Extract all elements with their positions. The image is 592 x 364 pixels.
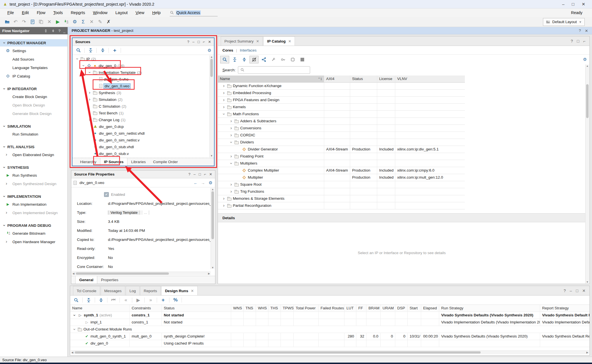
flow-item-add-sources[interactable]: Add Sources: [0, 55, 67, 63]
column-run-strategy[interactable]: Run Strategy: [439, 305, 540, 312]
close-tab-icon[interactable]: ✕: [288, 39, 291, 43]
float-icon[interactable]: ⌐: [204, 172, 206, 176]
source-tree-item[interactable]: ›Synthesis(3): [72, 89, 214, 96]
maximize-icon[interactable]: □: [199, 172, 201, 176]
catalog-row[interactable]: ›Floating Point: [218, 153, 589, 160]
percent-button[interactable]: %: [172, 296, 179, 304]
help-icon[interactable]: ?: [188, 172, 190, 176]
flow-item-generate-bitstream[interactable]: 0110Generate Bitstream: [0, 229, 67, 238]
catalog-row[interactable]: ›CORDIC: [218, 132, 589, 139]
close-icon[interactable]: ✕: [585, 28, 588, 33]
collapse-all-button[interactable]: [87, 46, 94, 54]
expander-icon[interactable]: ›: [222, 112, 226, 116]
expander-icon[interactable]: ›: [72, 327, 77, 331]
expander-icon[interactable]: ›: [222, 84, 226, 88]
step-forward-button[interactable]: »: [147, 296, 154, 304]
catalog-row[interactable]: ›Multiplier Production Included xilinx.c…: [218, 174, 589, 181]
runs-group-row[interactable]: ›Out-of-Context Module Runs: [70, 326, 589, 333]
close-icon[interactable]: ✕: [209, 172, 212, 176]
help-icon[interactable]: ?: [564, 288, 566, 293]
float-icon[interactable]: ⌐: [203, 40, 205, 44]
menu-flow[interactable]: Flow: [33, 10, 49, 15]
column-vlnv[interactable]: VLNV: [395, 76, 465, 83]
sigma-button[interactable]: Σ: [79, 18, 87, 26]
flow-section-ip-integrator[interactable]: ›IP INTEGRATOR: [0, 85, 67, 92]
report-document-button[interactable]: [28, 18, 37, 26]
source-tree-item[interactable]: ›div_gen_0.dcp: [72, 123, 214, 130]
back-arrow-icon[interactable]: ←: [194, 181, 198, 185]
gear-button[interactable]: ⚙: [70, 18, 79, 26]
flow-item-run-synthesis[interactable]: ▶Run Synthesis: [0, 171, 67, 179]
expander-icon[interactable]: ›: [88, 90, 92, 95]
column-wns[interactable]: WNS: [231, 305, 243, 312]
scroll-right-icon[interactable]: ▶: [586, 351, 588, 354]
layout-selector[interactable]: Default Layout ▼: [543, 18, 585, 26]
scroll-right-icon[interactable]: ▶: [208, 272, 210, 275]
scroll-left-icon[interactable]: ◀: [71, 351, 73, 354]
slashed-x-button[interactable]: ✗: [104, 18, 113, 26]
flow-item-run-implementation[interactable]: ▶Run Implementation: [0, 200, 67, 208]
search-button[interactable]: [220, 56, 229, 63]
expander-icon[interactable]: ›: [72, 313, 77, 317]
flow-item-run-simulation[interactable]: Run Simulation: [0, 130, 67, 138]
dark-square-button[interactable]: [298, 56, 306, 63]
column-axi4[interactable]: AXI4: [324, 76, 350, 83]
play-grey-button[interactable]: ▶: [134, 296, 142, 304]
expander-icon[interactable]: ›: [229, 189, 233, 194]
catalog-row[interactable]: ›Multipliers: [218, 160, 589, 167]
source-tree-item[interactable]: ›div_gen_0.vho: [72, 76, 214, 83]
catalog-row[interactable]: ›Dividers: [218, 139, 589, 146]
catalog-row[interactable]: ›Complex Multiplier AXI4-Stream Producti…: [218, 167, 589, 174]
expander-icon[interactable]: ›: [222, 196, 226, 201]
source-tree-item[interactable]: ›Change Log(1): [72, 116, 214, 123]
column-tns[interactable]: TNS: [243, 305, 256, 312]
column-start[interactable]: Start: [407, 305, 421, 312]
expander-icon[interactable]: ›: [88, 97, 92, 102]
runs-row[interactable]: ›▷synth_1(active) constrs_1 Not started …: [70, 312, 589, 319]
column-license[interactable]: License: [377, 76, 395, 83]
minimize-icon[interactable]: –: [193, 172, 195, 176]
flow-section-rtl-analysis[interactable]: ›RTL ANALYSIS: [0, 143, 67, 150]
grey-x-button[interactable]: ✕: [87, 18, 96, 26]
run-play-button[interactable]: ▶: [54, 18, 62, 26]
add-button[interactable]: +: [111, 46, 118, 54]
ellipsis-button[interactable]: …: [142, 210, 149, 215]
minimize-icon[interactable]: –: [192, 40, 194, 44]
source-tree-item[interactable]: ›div_gen_0.veo: [72, 83, 214, 89]
scroll-up-icon[interactable]: ▲: [586, 65, 589, 67]
tab-ip-sources[interactable]: IP Sources: [100, 158, 128, 166]
type-value-button[interactable]: Verilog Template: [108, 210, 140, 215]
scroll-down-icon[interactable]: ▼: [586, 281, 589, 283]
catalog-row[interactable]: ›Adders & Subtracters: [218, 118, 589, 125]
flow-item-ip-catalog[interactable]: IP Catalog: [0, 72, 67, 80]
flow-section-project-manager[interactable]: ›PROJECT MANAGER: [0, 39, 67, 46]
properties-scrollbar[interactable]: ▲ ▼: [211, 188, 215, 269]
menu-reports[interactable]: Reports: [67, 10, 89, 15]
column-ths[interactable]: THS: [268, 305, 280, 312]
catalog-row[interactable]: ›Embedded Processing: [218, 90, 589, 97]
pencil-button[interactable]: ✎: [96, 18, 104, 26]
forward-arrow-icon[interactable]: →: [201, 181, 205, 185]
source-tree-item[interactable]: ›●div_gen_0_stub.vhdl: [72, 143, 214, 150]
folder-open-button[interactable]: [3, 18, 11, 26]
search-button[interactable]: [75, 46, 82, 54]
ip-search-input[interactable]: [238, 66, 310, 74]
column-whs[interactable]: WHS: [256, 305, 268, 312]
source-tree-item[interactable]: ›■div_gen_0(16): [72, 62, 214, 69]
tab-interfaces[interactable]: Interfaces: [240, 48, 257, 52]
column-ff[interactable]: FF: [356, 305, 366, 312]
collapse-all-button[interactable]: [85, 296, 92, 304]
delete-x-button[interactable]: ✕: [45, 18, 54, 26]
collapse-all-button[interactable]: [230, 56, 239, 63]
scroll-up-icon[interactable]: ▲: [211, 188, 215, 191]
flow-item-generate-block-design[interactable]: Generate Block Design: [0, 109, 67, 118]
expander-icon[interactable]: ›: [229, 154, 233, 159]
undo-button[interactable]: ↶: [11, 18, 20, 26]
expander-icon[interactable]: ›: [222, 105, 226, 109]
catalog-row[interactable]: ›Trig Functions: [218, 188, 589, 195]
tab-project-summary[interactable]: Project Summary✕: [221, 36, 263, 46]
expander-icon[interactable]: ›: [222, 98, 226, 102]
menu-file[interactable]: File: [3, 10, 18, 15]
help-icon[interactable]: ?: [571, 39, 573, 43]
collapse-all-icon[interactable]: [44, 28, 48, 33]
